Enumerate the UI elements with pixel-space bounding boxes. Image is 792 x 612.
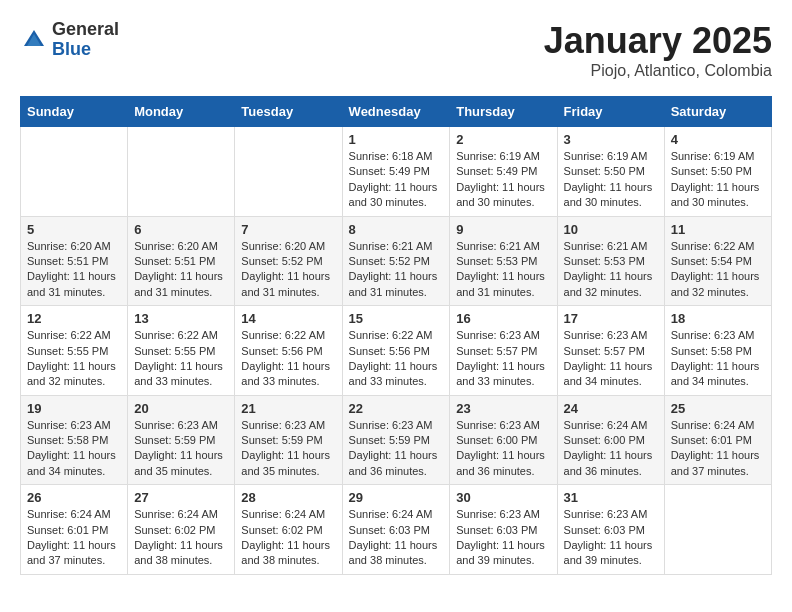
header-day-saturday: Saturday xyxy=(664,97,771,127)
title-block: January 2025 Piojo, Atlantico, Colombia xyxy=(544,20,772,80)
calendar-cell: 19Sunrise: 6:23 AM Sunset: 5:58 PM Dayli… xyxy=(21,395,128,485)
day-number: 28 xyxy=(241,490,335,505)
day-number: 7 xyxy=(241,222,335,237)
day-number: 17 xyxy=(564,311,658,326)
day-number: 12 xyxy=(27,311,121,326)
day-info: Sunrise: 6:18 AM Sunset: 5:49 PM Dayligh… xyxy=(349,149,444,211)
week-row-3: 12Sunrise: 6:22 AM Sunset: 5:55 PM Dayli… xyxy=(21,306,772,396)
calendar-cell: 28Sunrise: 6:24 AM Sunset: 6:02 PM Dayli… xyxy=(235,485,342,575)
day-number: 10 xyxy=(564,222,658,237)
day-number: 24 xyxy=(564,401,658,416)
calendar-cell: 5Sunrise: 6:20 AM Sunset: 5:51 PM Daylig… xyxy=(21,216,128,306)
day-number: 5 xyxy=(27,222,121,237)
calendar-cell xyxy=(664,485,771,575)
day-info: Sunrise: 6:22 AM Sunset: 5:54 PM Dayligh… xyxy=(671,239,765,301)
calendar-cell: 3Sunrise: 6:19 AM Sunset: 5:50 PM Daylig… xyxy=(557,127,664,217)
day-number: 8 xyxy=(349,222,444,237)
day-info: Sunrise: 6:24 AM Sunset: 6:03 PM Dayligh… xyxy=(349,507,444,569)
logo-icon xyxy=(20,26,48,54)
day-info: Sunrise: 6:23 AM Sunset: 5:58 PM Dayligh… xyxy=(671,328,765,390)
calendar-cell: 9Sunrise: 6:21 AM Sunset: 5:53 PM Daylig… xyxy=(450,216,557,306)
calendar-cell: 18Sunrise: 6:23 AM Sunset: 5:58 PM Dayli… xyxy=(664,306,771,396)
calendar-cell: 23Sunrise: 6:23 AM Sunset: 6:00 PM Dayli… xyxy=(450,395,557,485)
day-info: Sunrise: 6:23 AM Sunset: 6:03 PM Dayligh… xyxy=(456,507,550,569)
week-row-4: 19Sunrise: 6:23 AM Sunset: 5:58 PM Dayli… xyxy=(21,395,772,485)
day-info: Sunrise: 6:22 AM Sunset: 5:55 PM Dayligh… xyxy=(134,328,228,390)
page-header: General Blue January 2025 Piojo, Atlanti… xyxy=(20,20,772,80)
calendar-cell: 2Sunrise: 6:19 AM Sunset: 5:49 PM Daylig… xyxy=(450,127,557,217)
day-info: Sunrise: 6:20 AM Sunset: 5:51 PM Dayligh… xyxy=(27,239,121,301)
day-number: 2 xyxy=(456,132,550,147)
calendar-cell: 13Sunrise: 6:22 AM Sunset: 5:55 PM Dayli… xyxy=(128,306,235,396)
day-info: Sunrise: 6:23 AM Sunset: 6:00 PM Dayligh… xyxy=(456,418,550,480)
day-number: 14 xyxy=(241,311,335,326)
calendar-cell xyxy=(21,127,128,217)
day-number: 3 xyxy=(564,132,658,147)
calendar-cell: 29Sunrise: 6:24 AM Sunset: 6:03 PM Dayli… xyxy=(342,485,450,575)
calendar-cell: 6Sunrise: 6:20 AM Sunset: 5:51 PM Daylig… xyxy=(128,216,235,306)
day-info: Sunrise: 6:21 AM Sunset: 5:53 PM Dayligh… xyxy=(564,239,658,301)
calendar-cell: 11Sunrise: 6:22 AM Sunset: 5:54 PM Dayli… xyxy=(664,216,771,306)
calendar-cell: 22Sunrise: 6:23 AM Sunset: 5:59 PM Dayli… xyxy=(342,395,450,485)
day-number: 31 xyxy=(564,490,658,505)
day-number: 15 xyxy=(349,311,444,326)
day-number: 16 xyxy=(456,311,550,326)
day-number: 19 xyxy=(27,401,121,416)
calendar-cell: 16Sunrise: 6:23 AM Sunset: 5:57 PM Dayli… xyxy=(450,306,557,396)
day-info: Sunrise: 6:19 AM Sunset: 5:50 PM Dayligh… xyxy=(564,149,658,211)
day-number: 26 xyxy=(27,490,121,505)
day-number: 21 xyxy=(241,401,335,416)
day-number: 11 xyxy=(671,222,765,237)
day-number: 22 xyxy=(349,401,444,416)
logo: General Blue xyxy=(20,20,119,60)
day-number: 1 xyxy=(349,132,444,147)
logo-blue: Blue xyxy=(52,40,119,60)
day-info: Sunrise: 6:23 AM Sunset: 5:58 PM Dayligh… xyxy=(27,418,121,480)
day-info: Sunrise: 6:22 AM Sunset: 5:55 PM Dayligh… xyxy=(27,328,121,390)
week-row-1: 1Sunrise: 6:18 AM Sunset: 5:49 PM Daylig… xyxy=(21,127,772,217)
header-day-monday: Monday xyxy=(128,97,235,127)
day-info: Sunrise: 6:23 AM Sunset: 5:57 PM Dayligh… xyxy=(564,328,658,390)
week-row-5: 26Sunrise: 6:24 AM Sunset: 6:01 PM Dayli… xyxy=(21,485,772,575)
calendar-header: SundayMondayTuesdayWednesdayThursdayFrid… xyxy=(21,97,772,127)
day-info: Sunrise: 6:22 AM Sunset: 5:56 PM Dayligh… xyxy=(241,328,335,390)
day-number: 27 xyxy=(134,490,228,505)
calendar-cell xyxy=(128,127,235,217)
day-info: Sunrise: 6:23 AM Sunset: 6:03 PM Dayligh… xyxy=(564,507,658,569)
logo-general: General xyxy=(52,20,119,40)
day-info: Sunrise: 6:20 AM Sunset: 5:51 PM Dayligh… xyxy=(134,239,228,301)
calendar-cell: 15Sunrise: 6:22 AM Sunset: 5:56 PM Dayli… xyxy=(342,306,450,396)
calendar-cell: 21Sunrise: 6:23 AM Sunset: 5:59 PM Dayli… xyxy=(235,395,342,485)
day-number: 18 xyxy=(671,311,765,326)
logo-text: General Blue xyxy=(52,20,119,60)
day-info: Sunrise: 6:24 AM Sunset: 6:00 PM Dayligh… xyxy=(564,418,658,480)
day-info: Sunrise: 6:20 AM Sunset: 5:52 PM Dayligh… xyxy=(241,239,335,301)
calendar-cell: 4Sunrise: 6:19 AM Sunset: 5:50 PM Daylig… xyxy=(664,127,771,217)
day-info: Sunrise: 6:24 AM Sunset: 6:01 PM Dayligh… xyxy=(27,507,121,569)
week-row-2: 5Sunrise: 6:20 AM Sunset: 5:51 PM Daylig… xyxy=(21,216,772,306)
header-day-tuesday: Tuesday xyxy=(235,97,342,127)
header-day-sunday: Sunday xyxy=(21,97,128,127)
day-info: Sunrise: 6:23 AM Sunset: 5:59 PM Dayligh… xyxy=(134,418,228,480)
calendar-cell: 14Sunrise: 6:22 AM Sunset: 5:56 PM Dayli… xyxy=(235,306,342,396)
calendar-cell: 8Sunrise: 6:21 AM Sunset: 5:52 PM Daylig… xyxy=(342,216,450,306)
header-day-friday: Friday xyxy=(557,97,664,127)
day-info: Sunrise: 6:19 AM Sunset: 5:49 PM Dayligh… xyxy=(456,149,550,211)
calendar-cell: 1Sunrise: 6:18 AM Sunset: 5:49 PM Daylig… xyxy=(342,127,450,217)
header-row: SundayMondayTuesdayWednesdayThursdayFrid… xyxy=(21,97,772,127)
day-number: 20 xyxy=(134,401,228,416)
calendar-cell: 10Sunrise: 6:21 AM Sunset: 5:53 PM Dayli… xyxy=(557,216,664,306)
day-info: Sunrise: 6:24 AM Sunset: 6:01 PM Dayligh… xyxy=(671,418,765,480)
day-info: Sunrise: 6:23 AM Sunset: 5:59 PM Dayligh… xyxy=(241,418,335,480)
calendar-cell: 26Sunrise: 6:24 AM Sunset: 6:01 PM Dayli… xyxy=(21,485,128,575)
calendar-cell: 30Sunrise: 6:23 AM Sunset: 6:03 PM Dayli… xyxy=(450,485,557,575)
day-number: 4 xyxy=(671,132,765,147)
calendar-title: January 2025 xyxy=(544,20,772,62)
calendar-cell: 7Sunrise: 6:20 AM Sunset: 5:52 PM Daylig… xyxy=(235,216,342,306)
calendar-table: SundayMondayTuesdayWednesdayThursdayFrid… xyxy=(20,96,772,575)
calendar-cell xyxy=(235,127,342,217)
day-number: 23 xyxy=(456,401,550,416)
calendar-cell: 27Sunrise: 6:24 AM Sunset: 6:02 PM Dayli… xyxy=(128,485,235,575)
calendar-body: 1Sunrise: 6:18 AM Sunset: 5:49 PM Daylig… xyxy=(21,127,772,575)
day-info: Sunrise: 6:24 AM Sunset: 6:02 PM Dayligh… xyxy=(134,507,228,569)
